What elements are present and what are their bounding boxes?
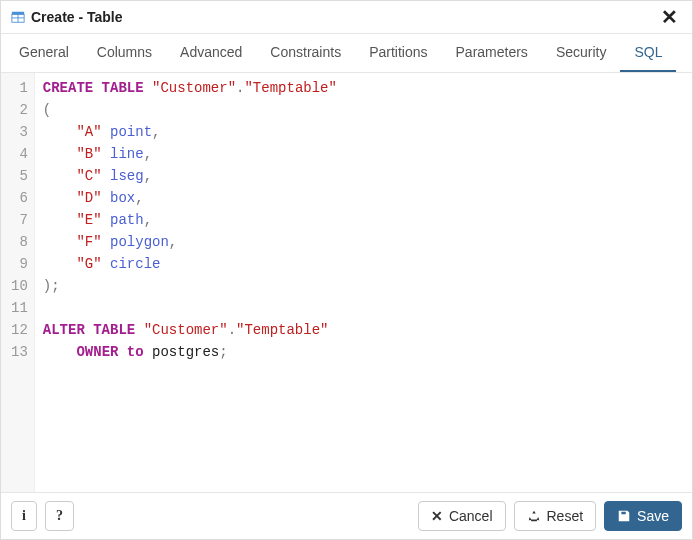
col-type: point (110, 124, 152, 140)
col-name: "D" (76, 190, 101, 206)
save-icon (617, 509, 631, 523)
col-type: path (110, 212, 144, 228)
tab-advanced[interactable]: Advanced (166, 34, 256, 72)
line-number: 13 (11, 341, 28, 363)
cancel-label: Cancel (449, 508, 493, 524)
reset-label: Reset (547, 508, 584, 524)
col-type: line (110, 146, 144, 162)
tab-sql[interactable]: SQL (620, 34, 676, 72)
line-number: 7 (11, 209, 28, 231)
col-type: circle (110, 256, 160, 272)
table-name: "Temptable" (236, 322, 328, 338)
info-button[interactable]: i (11, 501, 37, 531)
col-name: "E" (76, 212, 101, 228)
info-icon: i (22, 508, 26, 524)
titlebar: Create - Table ✕ (1, 1, 692, 34)
kw-alter-table: ALTER TABLE (43, 322, 135, 338)
col-name: "B" (76, 146, 101, 162)
reset-button[interactable]: Reset (514, 501, 597, 531)
sql-editor[interactable]: 1 2 3 4 5 6 7 8 9 10 11 12 13 CREATE TAB… (1, 73, 692, 492)
tab-security[interactable]: Security (542, 34, 621, 72)
close-icon: ✕ (431, 509, 443, 523)
sql-code[interactable]: CREATE TABLE "Customer"."Temptable" ( "A… (35, 73, 692, 492)
save-button[interactable]: Save (604, 501, 682, 531)
tab-bar: General Columns Advanced Constraints Par… (1, 34, 692, 73)
line-number: 11 (11, 297, 28, 319)
close-icon[interactable]: ✕ (657, 7, 682, 27)
col-name: "G" (76, 256, 101, 272)
line-number: 10 (11, 275, 28, 297)
line-number: 2 (11, 99, 28, 121)
col-name: "F" (76, 234, 101, 250)
line-gutter: 1 2 3 4 5 6 7 8 9 10 11 12 13 (1, 73, 35, 492)
line-number: 8 (11, 231, 28, 253)
owner-name: postgres (152, 344, 219, 360)
recycle-icon (527, 509, 541, 523)
table-name: "Temptable" (244, 80, 336, 96)
schema-name: "Customer" (144, 322, 228, 338)
line-number: 12 (11, 319, 28, 341)
table-icon (11, 10, 25, 24)
help-icon: ? (56, 508, 63, 524)
tab-general[interactable]: General (5, 34, 83, 72)
tab-constraints[interactable]: Constraints (256, 34, 355, 72)
tab-partitions[interactable]: Partitions (355, 34, 441, 72)
line-number: 1 (11, 77, 28, 99)
tab-columns[interactable]: Columns (83, 34, 166, 72)
line-number: 5 (11, 165, 28, 187)
dialog-title: Create - Table (31, 9, 657, 25)
line-number: 6 (11, 187, 28, 209)
dialog-footer: i ? ✕ Cancel Reset Save (1, 492, 692, 539)
kw-owner-to: OWNER to (76, 344, 143, 360)
col-type: polygon (110, 234, 169, 250)
kw-create-table: CREATE TABLE (43, 80, 144, 96)
cancel-button[interactable]: ✕ Cancel (418, 501, 506, 531)
line-number: 3 (11, 121, 28, 143)
col-type: lseg (110, 168, 144, 184)
line-number: 4 (11, 143, 28, 165)
help-button[interactable]: ? (45, 501, 74, 531)
col-name: "C" (76, 168, 101, 184)
col-name: "A" (76, 124, 101, 140)
schema-name: "Customer" (152, 80, 236, 96)
save-label: Save (637, 508, 669, 524)
line-number: 9 (11, 253, 28, 275)
tab-parameters[interactable]: Parameters (442, 34, 542, 72)
col-type: box (110, 190, 135, 206)
